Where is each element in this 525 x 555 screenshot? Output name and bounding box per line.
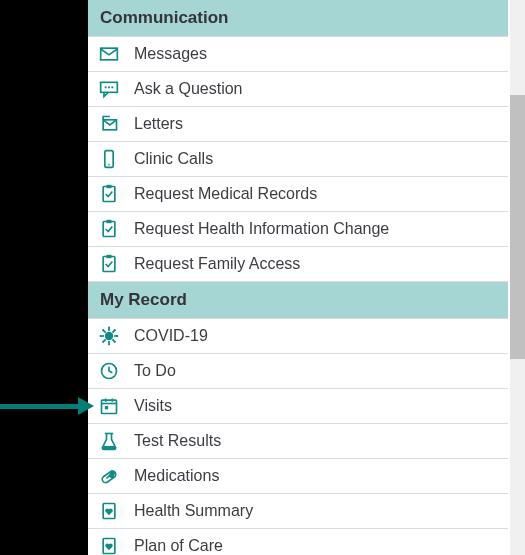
menu-item-request-medical-records[interactable]: Request Medical Records: [88, 177, 508, 212]
menu-item-label: Letters: [134, 115, 183, 133]
svg-point-29: [102, 341, 104, 343]
pill-icon: [98, 465, 120, 487]
menu-item-label: Request Family Access: [134, 255, 300, 273]
calendar-icon: [98, 395, 120, 417]
section-header-my-record: My Record: [88, 282, 508, 319]
menu-item-test-results[interactable]: Test Results: [88, 424, 508, 459]
menu-item-label: Health Summary: [134, 502, 253, 520]
svg-rect-32: [102, 400, 117, 413]
svg-rect-36: [105, 406, 108, 409]
menu-item-ask-a-question[interactable]: Ask a Question: [88, 72, 508, 107]
svg-point-28: [114, 341, 116, 343]
menu-item-covid-19[interactable]: COVID-19: [88, 319, 508, 354]
clipboard-check-icon: [98, 183, 120, 205]
scrollbar-thumb[interactable]: [510, 95, 525, 359]
clock-icon: [98, 360, 120, 382]
mail-icon: [98, 43, 120, 65]
speech-bubble-icon: [98, 78, 120, 100]
svg-rect-9: [107, 185, 112, 188]
menu-item-messages[interactable]: Messages: [88, 37, 508, 72]
menu-item-health-summary[interactable]: Health Summary: [88, 494, 508, 529]
svg-rect-11: [107, 220, 112, 223]
clipboard-check-icon: [98, 253, 120, 275]
clipboard-check-icon: [98, 218, 120, 240]
menu-item-label: Messages: [134, 45, 207, 63]
svg-point-23: [108, 327, 110, 329]
svg-rect-8: [103, 187, 115, 202]
menu-item-clinic-calls[interactable]: Clinic Calls: [88, 142, 508, 177]
menu-item-label: Request Medical Records: [134, 185, 317, 203]
svg-point-3: [108, 86, 110, 88]
menu-item-label: Test Results: [134, 432, 221, 450]
section-header-communication: Communication: [88, 0, 508, 37]
svg-point-14: [105, 332, 113, 340]
menu-item-letters[interactable]: Letters: [88, 107, 508, 142]
svg-rect-12: [103, 257, 115, 272]
section-title: My Record: [100, 290, 187, 309]
heart-clipboard-icon: [98, 500, 120, 522]
menu-item-request-health-information-change[interactable]: Request Health Information Change: [88, 212, 508, 247]
menu-item-label: To Do: [134, 362, 176, 380]
menu-item-label: Ask a Question: [134, 80, 243, 98]
svg-point-27: [102, 329, 104, 331]
menu-item-label: Clinic Calls: [134, 150, 213, 168]
svg-point-30: [114, 329, 116, 331]
menu-item-to-do[interactable]: To Do: [88, 354, 508, 389]
menu-item-label: Request Health Information Change: [134, 220, 389, 238]
flask-icon: [98, 430, 120, 452]
menu-item-medications[interactable]: Medications: [88, 459, 508, 494]
letter-icon: [98, 113, 120, 135]
menu-item-label: Visits: [134, 397, 172, 415]
svg-rect-10: [103, 222, 115, 237]
svg-point-26: [116, 335, 118, 337]
left-black-band: [0, 0, 88, 555]
svg-point-7: [108, 164, 110, 166]
navigation-menu: Communication Messages Ask a Question Le…: [88, 0, 508, 555]
menu-item-visits[interactable]: Visits: [88, 389, 508, 424]
svg-point-4: [111, 86, 113, 88]
section-title: Communication: [100, 8, 228, 27]
svg-point-24: [108, 343, 110, 345]
menu-item-plan-of-care[interactable]: Plan of Care: [88, 529, 508, 555]
menu-item-label: Medications: [134, 467, 219, 485]
menu-item-request-family-access[interactable]: Request Family Access: [88, 247, 508, 282]
svg-rect-13: [107, 255, 112, 258]
heart-clipboard-icon: [98, 535, 120, 555]
svg-point-2: [105, 86, 107, 88]
svg-point-25: [100, 335, 102, 337]
virus-icon: [98, 325, 120, 347]
menu-item-label: COVID-19: [134, 327, 208, 345]
phone-icon: [98, 148, 120, 170]
menu-item-label: Plan of Care: [134, 537, 223, 555]
